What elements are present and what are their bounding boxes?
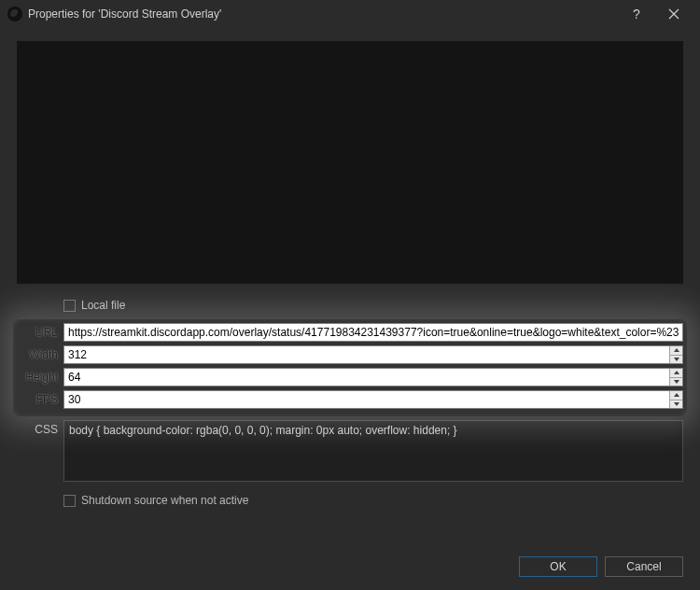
width-input[interactable] [63, 345, 683, 364]
local-file-checkbox[interactable]: Local file [63, 295, 683, 316]
fps-input[interactable] [63, 390, 683, 409]
help-button[interactable]: ? [618, 0, 655, 28]
height-step-down[interactable] [669, 378, 682, 386]
svg-marker-4 [674, 393, 679, 397]
dialog-content: Local file URL Width [0, 28, 700, 553]
fps-label: FPS [17, 393, 63, 406]
local-file-label: Local file [81, 299, 125, 312]
close-button[interactable] [655, 0, 693, 28]
highlighted-fields: URL Width [13, 319, 687, 416]
window-title: Properties for 'Discord Stream Overlay' [28, 7, 618, 21]
svg-marker-3 [674, 380, 679, 384]
css-textarea[interactable] [63, 420, 683, 482]
height-input[interactable] [63, 368, 683, 386]
shutdown-checkbox[interactable]: Shutdown source when not active [63, 490, 683, 511]
fps-step-up[interactable] [669, 391, 682, 400]
properties-dialog: Properties for 'Discord Stream Overlay' … [0, 0, 700, 590]
source-preview [17, 41, 683, 284]
close-icon [668, 8, 679, 20]
cancel-button[interactable]: Cancel [605, 556, 683, 577]
height-label: Height [17, 371, 63, 384]
url-input[interactable] [63, 323, 683, 342]
checkbox-icon [63, 300, 76, 312]
form: Local file URL Width [17, 295, 683, 514]
svg-marker-0 [674, 348, 679, 352]
svg-marker-2 [674, 371, 679, 374]
svg-marker-5 [674, 402, 679, 406]
svg-marker-1 [674, 358, 679, 361]
width-label: Width [17, 348, 63, 361]
css-label: CSS [17, 420, 63, 436]
titlebar: Properties for 'Discord Stream Overlay' … [0, 0, 700, 28]
height-step-up[interactable] [669, 369, 682, 378]
checkbox-icon [63, 495, 76, 507]
url-label: URL [17, 326, 63, 339]
dialog-footer: OK Cancel [0, 553, 700, 590]
width-step-up[interactable] [669, 346, 682, 356]
ok-button[interactable]: OK [519, 556, 597, 577]
shutdown-label: Shutdown source when not active [81, 494, 248, 507]
fps-step-down[interactable] [669, 400, 682, 409]
width-step-down[interactable] [669, 356, 682, 364]
app-icon [7, 7, 22, 21]
